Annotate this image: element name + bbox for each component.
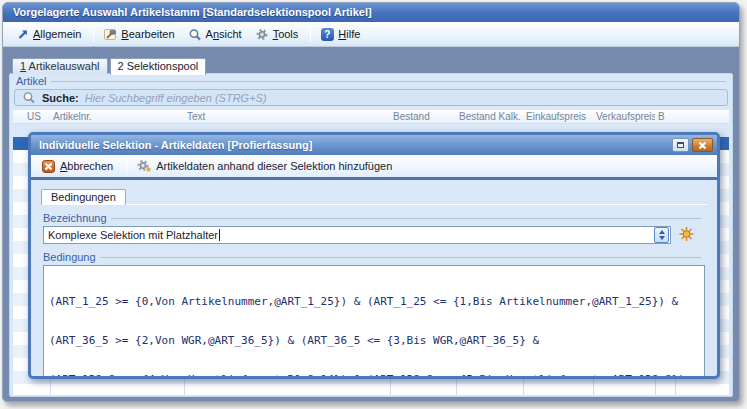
menu-ansicht[interactable]: Ansicht xyxy=(184,26,249,43)
artikeldaten-hinzufuegen-button[interactable]: ★ Artikeldaten anhand dieser Selektion h… xyxy=(132,157,400,175)
bezeichnung-input[interactable]: Komplexe Selektion mit Platzhalter xyxy=(43,226,671,244)
dialog-titlebar: Individuelle Selektion - Artikeldaten [P… xyxy=(31,135,717,155)
table-header: US Artikelnr. Text Bestand Bestand Kalk.… xyxy=(13,110,729,124)
column-header-text[interactable]: Text xyxy=(184,111,390,122)
condition-line: (ART_138_8 >= {4,Von Hauptlieferant,R0,8… xyxy=(49,373,699,379)
spin-down-icon xyxy=(659,236,665,240)
condition-line: (ART_36_5 >= {2,Von WGR,@ART_36_5}) & (A… xyxy=(49,334,699,347)
window-titlebar: Vorgelagerte Auswahl Artikelstamm [Stand… xyxy=(3,3,739,22)
gear-sparkle-icon: ★ xyxy=(136,159,151,173)
dialog-body: Bedingungen Bezeichnung Komplexe Selekti… xyxy=(31,183,717,376)
bedingung-group: Bedingung (ART_1_25 >= {0,Von Artikelnum… xyxy=(41,250,707,379)
menu-separator xyxy=(310,26,311,42)
starburst-icon[interactable] xyxy=(678,226,695,244)
menu-hilfe[interactable]: ? Hilfe xyxy=(316,26,367,43)
column-header-verkaufspreis[interactable]: Verkaufspreis xyxy=(593,111,655,122)
search-bar[interactable]: Suche: Hier Suchbegriff eingeben (STRG+S… xyxy=(14,89,728,106)
app-window: Vorgelagerte Auswahl Artikelstamm [Stand… xyxy=(2,2,740,402)
group-divider xyxy=(51,81,726,82)
group-divider xyxy=(111,218,701,219)
close-button[interactable] xyxy=(692,138,713,152)
abbrechen-button[interactable]: Abbrechen xyxy=(38,158,121,175)
hammer-icon xyxy=(103,28,117,41)
menu-separator xyxy=(93,26,94,42)
cancel-x-icon xyxy=(42,160,55,173)
column-header-bestand-kalk[interactable]: Bestand Kalk. xyxy=(456,111,523,122)
bedingung-label: Bedingung xyxy=(43,251,96,263)
column-header-b[interactable]: B xyxy=(655,111,675,122)
menu-bearbeiten[interactable]: Bearbeiten xyxy=(99,26,181,43)
artikel-group-header: Artikel xyxy=(10,74,732,87)
text-caret xyxy=(219,229,220,241)
search-icon xyxy=(22,91,36,104)
tab-bedingungen[interactable]: Bedingungen xyxy=(41,189,126,205)
column-header-einkaufspreis[interactable]: Einkaufspreis xyxy=(523,111,593,122)
column-header-artikelnr[interactable]: Artikelnr. xyxy=(50,111,184,122)
column-header-bestand[interactable]: Bestand xyxy=(390,111,456,122)
column-header-us[interactable]: US xyxy=(24,111,50,122)
spin-up-icon xyxy=(659,230,665,234)
toolbar-separator xyxy=(126,158,127,174)
restore-button[interactable] xyxy=(672,138,689,152)
menu-tools[interactable]: Tools xyxy=(251,26,306,43)
artikel-group-label: Artikel xyxy=(16,75,47,87)
window-title: Vorgelagerte Auswahl Artikelstamm [Stand… xyxy=(13,6,372,18)
search-placeholder: Hier Suchbegriff eingeben (STRG+S) xyxy=(85,92,267,104)
menu-allgemein[interactable]: Allgemein xyxy=(11,26,88,43)
spinner-control[interactable] xyxy=(654,227,669,243)
magnifier-icon xyxy=(188,28,202,41)
bedingung-editor[interactable]: (ART_1_25 >= {0,Von Artikelnummer,@ART_1… xyxy=(43,265,705,379)
bezeichnung-group: Bezeichnung Komplexe Selektion mit Platz… xyxy=(41,211,707,244)
help-icon: ? xyxy=(320,28,334,41)
dialog-tabstrip: Bedingungen xyxy=(41,188,707,205)
gear-icon xyxy=(255,28,269,41)
menu-bar: Allgemein Bearbeiten Ansicht Tools ? xyxy=(3,22,739,47)
tab-artikelauswahl[interactable]: 1 Artikelauswahl xyxy=(12,58,108,74)
restore-icon xyxy=(677,142,684,148)
tab-selektionspool[interactable]: 2 Selektionspool xyxy=(110,58,207,75)
dialog-title: Individuelle Selektion - Artikeldaten [P… xyxy=(39,139,669,151)
condition-line: (ART_1_25 >= {0,Von Artikelnummer,@ART_1… xyxy=(49,295,699,308)
tab-strip: 1 Artikelauswahl 2 Selektionspool xyxy=(12,58,208,74)
search-label: Suche: xyxy=(42,92,79,104)
close-icon xyxy=(698,141,707,150)
group-divider xyxy=(100,257,701,258)
individuelle-selektion-dialog: Individuelle Selektion - Artikeldaten [P… xyxy=(28,132,720,379)
arrow-up-right-icon xyxy=(15,28,29,41)
bezeichnung-label: Bezeichnung xyxy=(43,212,107,224)
dialog-toolbar: Abbrechen ★ Artikeldaten anhand dieser S… xyxy=(31,155,717,180)
